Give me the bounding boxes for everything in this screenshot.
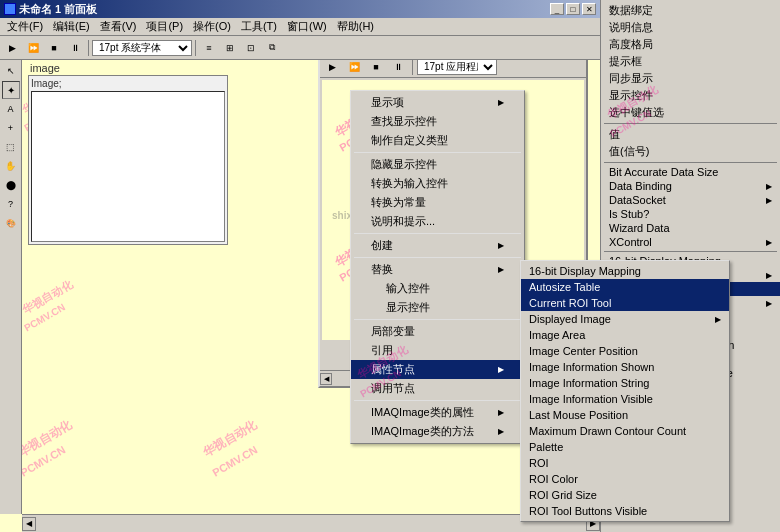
- font-selector[interactable]: 17pt 系统字体: [92, 40, 192, 56]
- props-data-binding[interactable]: 数据绑定: [601, 2, 780, 19]
- props-bit-accurate[interactable]: Bit Accurate Data Size: [601, 165, 780, 179]
- main-scrollbar-h: ◀ ▶: [22, 514, 600, 532]
- toolbar-align[interactable]: ≡: [199, 39, 219, 57]
- submenu-image-info-string[interactable]: Image Information String: [521, 375, 729, 391]
- props-datasocket[interactable]: DataSocket▶: [601, 193, 780, 207]
- submenu-image-info-visible[interactable]: Image Information Visible: [521, 391, 729, 407]
- submenu-16bit[interactable]: 16-bit Display Mapping: [521, 263, 729, 279]
- props-sep2: [604, 162, 777, 163]
- menu-imaq-methods[interactable]: IMAQImage类的方法▶: [351, 422, 524, 441]
- menu-show-items[interactable]: 显示项▶: [351, 93, 524, 112]
- main-titlebar: 未命名 1 前面板 _ □ ✕: [0, 0, 600, 18]
- menu-sep4: [354, 319, 521, 320]
- menu-local-var[interactable]: 局部变量: [351, 322, 524, 341]
- submenu-roi-buttons[interactable]: ROI Tool Buttons Visible: [521, 503, 729, 519]
- tool-connect[interactable]: +: [2, 119, 20, 137]
- menu-ref[interactable]: 引用: [351, 341, 524, 360]
- submenu-last-mouse[interactable]: Last Mouse Position: [521, 407, 729, 423]
- submenu-roi-grid[interactable]: ROI Grid Size: [521, 487, 729, 503]
- menu-input-control[interactable]: 输入控件: [351, 279, 524, 298]
- tool-scroll[interactable]: ✋: [2, 157, 20, 175]
- submenu-roi-color[interactable]: ROI Color: [521, 471, 729, 487]
- main-toolbar: ▶ ⏩ ■ ⏸ 17pt 系统字体 ≡ ⊞ ⊡ ⧉: [0, 36, 600, 60]
- menu-window[interactable]: 窗口(W): [282, 18, 332, 35]
- context-menu: 显示项▶ 查找显示控件 制作自定义类型 隐藏显示控件 转换为输入控件 转换为常量…: [350, 90, 525, 444]
- tool-cursor[interactable]: ↖: [2, 62, 20, 80]
- menu-view[interactable]: 查看(V): [95, 18, 142, 35]
- toolbar-abort[interactable]: ■: [44, 39, 64, 57]
- menu-to-input[interactable]: 转换为输入控件: [351, 174, 524, 193]
- menu-operate[interactable]: 操作(O): [188, 18, 236, 35]
- submenu-palette[interactable]: Palette: [521, 439, 729, 455]
- scroll-left-btn[interactable]: ◀: [22, 517, 36, 531]
- submenu-displayed-image[interactable]: Displayed Image▶: [521, 311, 729, 327]
- prog-tb-abort[interactable]: ■: [366, 58, 386, 76]
- toolbar-pause[interactable]: ⏸: [65, 39, 85, 57]
- menu-property-node[interactable]: 属性节点▶: [351, 360, 524, 379]
- image-label: image: [30, 62, 60, 74]
- menu-help[interactable]: 帮助(H): [332, 18, 379, 35]
- minimize-button[interactable]: _: [550, 3, 564, 15]
- props-is-stub[interactable]: Is Stub?: [601, 207, 780, 221]
- toolbar-run-cont[interactable]: ⏩: [23, 39, 43, 57]
- menu-tools[interactable]: 工具(T): [236, 18, 282, 35]
- menu-create[interactable]: 创建▶: [351, 236, 524, 255]
- props-value-signal[interactable]: 值(信号): [601, 143, 780, 160]
- toolbar-size[interactable]: ⊡: [241, 39, 261, 57]
- toolbar-sep2: [195, 40, 196, 56]
- menu-replace[interactable]: 替换▶: [351, 260, 524, 279]
- prog-scroll-left[interactable]: ◀: [320, 373, 332, 385]
- props-data-bind2[interactable]: Data Binding▶: [601, 179, 780, 193]
- menu-display-control[interactable]: 显示控件: [351, 298, 524, 317]
- tool-breakpoint[interactable]: ⬤: [2, 176, 20, 194]
- menu-to-const[interactable]: 转换为常量: [351, 193, 524, 212]
- menu-invoke-node[interactable]: 调用节点: [351, 379, 524, 398]
- scroll-track-h[interactable]: [36, 517, 586, 531]
- props-xcontrol[interactable]: XControl▶: [601, 235, 780, 249]
- prog-tb-run[interactable]: ▶: [322, 58, 342, 76]
- submenu-autosize[interactable]: Autosize Table: [521, 279, 729, 295]
- menu-imaq-props[interactable]: IMAQImage类的属性▶: [351, 403, 524, 422]
- menu-description[interactable]: 说明和提示...: [351, 212, 524, 231]
- close-button[interactable]: ✕: [582, 3, 596, 15]
- props-show-control[interactable]: 显示控件: [601, 87, 780, 104]
- submenu-image-info-shown[interactable]: Image Information Shown: [521, 359, 729, 375]
- maximize-button[interactable]: □: [566, 3, 580, 15]
- toolbar-run[interactable]: ▶: [2, 39, 22, 57]
- toolbar-dist[interactable]: ⊞: [220, 39, 240, 57]
- menu-hide-control[interactable]: 隐藏显示控件: [351, 155, 524, 174]
- props-height[interactable]: 高度格局: [601, 36, 780, 53]
- menu-find-control[interactable]: 查找显示控件: [351, 112, 524, 131]
- props-key-select[interactable]: 选中键值选: [601, 104, 780, 121]
- toolbar-sep1: [88, 40, 89, 56]
- menu-project[interactable]: 项目(P): [141, 18, 188, 35]
- submenu-image-center[interactable]: Image Center Position: [521, 343, 729, 359]
- toolbar-order[interactable]: ⧉: [262, 39, 282, 57]
- submenu-image-area[interactable]: Image Area: [521, 327, 729, 343]
- props-tooltip[interactable]: 提示框: [601, 53, 780, 70]
- submenu-current-roi[interactable]: Current ROI Tool: [521, 295, 729, 311]
- tool-color[interactable]: 🎨: [2, 214, 20, 232]
- prog-tb-pause[interactable]: ⏸: [388, 58, 408, 76]
- menu-make-custom[interactable]: 制作自定义类型: [351, 131, 524, 150]
- props-value[interactable]: 值: [601, 126, 780, 143]
- tool-probe[interactable]: ?: [2, 195, 20, 213]
- tool-wire[interactable]: ✦: [2, 81, 20, 99]
- props-wizard[interactable]: Wizard Data: [601, 221, 780, 235]
- image-control[interactable]: Image;: [28, 75, 228, 245]
- menu-edit[interactable]: 编辑(E): [48, 18, 95, 35]
- props-description[interactable]: 说明信息: [601, 19, 780, 36]
- submenu-roi[interactable]: ROI: [521, 455, 729, 471]
- menu-file[interactable]: 文件(F): [2, 18, 48, 35]
- props-sync[interactable]: 同步显示: [601, 70, 780, 87]
- menu-sep5: [354, 400, 521, 401]
- props-sep1: [604, 123, 777, 124]
- prog-tb-run-cont[interactable]: ⏩: [344, 58, 364, 76]
- submenu-max-contour[interactable]: Maximum Drawn Contour Count: [521, 423, 729, 439]
- main-menubar: 文件(F) 编辑(E) 查看(V) 项目(P) 操作(O) 工具(T) 窗口(W…: [0, 18, 600, 36]
- tool-select[interactable]: ⬚: [2, 138, 20, 156]
- tool-text[interactable]: A: [2, 100, 20, 118]
- prog-tb-sep: [412, 59, 413, 75]
- app-icon: [4, 3, 16, 15]
- prog-font-selector[interactable]: 17pt 应用程序: [417, 59, 497, 75]
